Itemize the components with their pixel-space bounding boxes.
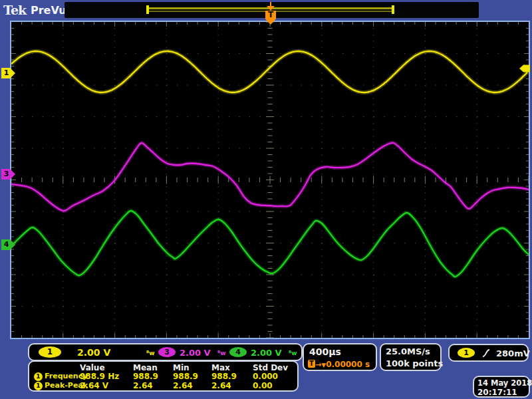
ch3-scale: 2.00 V [180, 348, 211, 358]
timebase-panel[interactable]: 400µs T→▼0.00000 s [303, 343, 377, 371]
trigger-panel[interactable]: 1 280mV [448, 344, 529, 362]
meas-std: 0.00 [253, 381, 273, 390]
meas-header-max: Max [211, 363, 230, 372]
ch1-bandwidth-icon: ᴮw [146, 350, 155, 356]
meas-value: 988.9 Hz [80, 372, 119, 381]
waveform-svg [11, 22, 529, 338]
ch1-badge[interactable]: 1 [39, 346, 61, 358]
meas-mean: 988.9 [133, 372, 158, 381]
oscilloscope-screen: Tek PreVu T 1 3 4 1 2.00 V ᴮw 3 2.00 V ᴮ… [0, 0, 532, 399]
trigger-position-arrow-icon [267, 6, 275, 11]
acquisition-mode-label: PreVu [31, 4, 66, 17]
meas-header-min: Min [173, 363, 190, 372]
datetime-panel[interactable]: 14 May 2018 20:17:11 [473, 376, 530, 398]
meas-mean: 2.64 [133, 381, 153, 390]
meas-value: 2.64 V [80, 381, 108, 390]
ch1-scale: 2.00 V [77, 347, 110, 358]
meas-header-std: Std Dev [253, 363, 288, 372]
ch3-bandwidth-icon: ᴮw [217, 350, 226, 356]
ch4-badge[interactable]: 4 [229, 347, 247, 357]
acquisition-window-left-bracket-icon [146, 5, 149, 14]
record-length: 100k points [386, 358, 443, 368]
ch4-scale: 2.00 V [251, 348, 282, 358]
meas-std: 0.000 [253, 372, 278, 381]
trigger-level-value: 280mV [496, 348, 530, 358]
date-label: 14 May 2018 [477, 378, 532, 388]
time-label: 20:17:11 [477, 388, 517, 397]
acquisition-window-right-bracket-icon [392, 5, 394, 14]
trigger-time-value: 0.00000 s [326, 360, 370, 369]
trigger-time-indicator: T→▼0.00000 s [308, 360, 370, 369]
meas-source-badge: 1 [34, 372, 43, 381]
meas-header-mean: Mean [133, 363, 158, 372]
tek-logo: Tek [3, 3, 26, 17]
timebase-scale: 400µs [309, 346, 341, 357]
meas-max: 2.64 [211, 381, 231, 390]
trigger-source-badge[interactable]: 1 [458, 348, 475, 358]
meas-source-badge: 1 [34, 382, 43, 390]
graticule [10, 21, 530, 339]
meas-max: 988.9 [211, 372, 237, 381]
meas-min: 988.9 [173, 372, 198, 381]
meas-min: 2.64 [173, 381, 193, 390]
acquisition-panel[interactable]: 25.0MS/s 100k points [380, 343, 442, 371]
meas-header-value: Value [80, 363, 105, 372]
channel-readouts-panel[interactable]: 1 2.00 V ᴮw 3 2.00 V ᴮw 4 2.00 V ᴮw [28, 343, 303, 361]
ch4-bandwidth-icon: ᴮw [289, 350, 297, 356]
trigger-t-icon: T [308, 360, 315, 368]
ch3-badge[interactable]: 3 [158, 347, 176, 357]
rising-edge-icon [481, 348, 491, 358]
arrow-right-icon: → [315, 360, 321, 369]
measurements-panel[interactable]: Value Mean Min Max Std Dev 1 Frequency 9… [28, 360, 299, 392]
sample-rate: 25.0MS/s [386, 346, 430, 356]
